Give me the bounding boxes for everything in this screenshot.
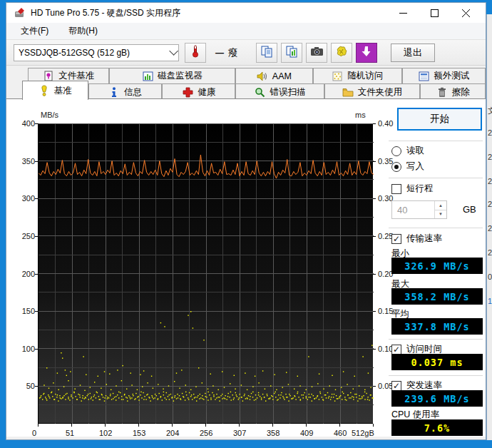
axis-tick [35,161,38,162]
axis-tick-label: 150 [11,307,35,315]
axis-tick-label: 350 [11,157,35,166]
axis-tick [35,311,38,312]
transfer-rate-label: 传输速率 [406,233,442,245]
stepper-up-icon[interactable]: ▲ [435,201,446,210]
tab-label: 基准 [54,85,72,97]
axis-tick [373,311,376,312]
tab-benchmark[interactable]: 基准 [22,81,88,100]
toolbar: YSSDJQB-512GSQ (512 gB) — 癈 [6,40,486,66]
stepper-down-icon[interactable]: ▼ [435,210,446,219]
copy-text-button[interactable] [256,43,277,63]
tab-label: 信息 [124,86,142,98]
download-arrow-icon [362,46,371,59]
bg-window-text: 1 [488,297,492,305]
bg-window-text: 0 [488,273,492,281]
short-stroke-row[interactable]: 短行程 [391,183,434,195]
read-radio-label: 读取 [406,145,424,157]
tab-folder-usage[interactable]: 文件夹使用 [324,83,421,100]
axis-tick-label: 200 [11,270,35,278]
write-radio-label: 写入 [406,161,424,173]
drive-select[interactable]: YSSDJQB-512GSQ (512 gB) [14,44,179,61]
write-radio[interactable] [391,162,401,172]
exit-button[interactable]: 退出 [391,44,435,62]
tab-label: 擦除 [452,86,470,98]
separator [389,178,483,178]
write-radio-row[interactable]: 写入 [391,161,424,173]
axis-tick [339,424,340,427]
bg-window-text: 文 [488,106,492,116]
update-button[interactable] [356,43,377,63]
trash-icon [436,86,448,98]
axis-tick [35,386,38,387]
axis-tick-label: 204 [166,429,179,437]
benchmark-chart [38,123,373,424]
axis-tick [373,424,374,427]
short-stroke-checkbox[interactable] [391,184,401,194]
tab-label: AAM [272,71,292,81]
folder-icon [342,86,354,98]
stepper-arrows[interactable]: ▲ ▼ [434,201,446,218]
capacity-stepper[interactable]: 40 ▲ ▼ [391,200,447,219]
access-time-value: 0.037 ms [391,354,483,370]
tab-aam[interactable]: AAM [235,68,313,83]
separator [389,228,483,228]
max-value: 358.2 MB/s [391,288,483,305]
axis-tick [35,274,38,275]
menu-file[interactable]: 文件(F) [14,23,56,39]
axis-tick-label: 400 [11,119,35,128]
tab-health[interactable]: 健康 [162,83,235,100]
axis-tick-label: 300 [11,194,35,203]
y-left-unit: MB/s [41,111,58,119]
y-right-unit: ms [355,111,366,119]
axis-tick-label: 409 [300,429,313,437]
axis-tick [373,123,376,124]
burst-rate-checkbox[interactable]: ✓ [391,381,401,391]
tab-disk-monitor[interactable]: 磁盘监视器 [109,68,235,83]
tab-label: 错误扫描 [270,86,305,98]
save-button[interactable] [331,43,352,63]
copy-image-button[interactable] [281,43,302,63]
speaker-icon [257,71,268,82]
axis-tick [71,424,72,427]
axis-tick [373,161,376,162]
minimize-button[interactable] [387,4,419,22]
axis-tick [172,424,173,427]
transfer-rate-checkbox[interactable]: ✓ [391,234,401,244]
tab-info[interactable]: 信息 [88,83,163,100]
cpu-usage-value: 7.6% [391,419,483,436]
start-button-label: 开始 [430,113,449,126]
axis-tick [38,424,39,427]
screenshot-button[interactable] [306,43,327,63]
read-radio[interactable] [391,146,401,156]
axis-tick-label: 358 [267,429,280,437]
tab-label: 磁盘监视器 [158,70,203,82]
axis-tick [105,424,106,427]
tab-erase[interactable]: 擦除 [420,83,486,100]
capacity-unit-label: GB [463,204,476,215]
axis-tick-label: 100 [11,345,35,353]
benchmark-icon [39,85,50,96]
close-button[interactable] [450,4,481,22]
bg-window-text: 2 [488,153,492,161]
start-button[interactable]: 开始 [397,108,482,131]
maximize-button[interactable] [419,4,450,22]
axis-tick [35,198,38,199]
axis-tick-label: 256 [200,429,212,437]
titlebar: HD Tune Pro 5.75 - 硬盘/SSD 实用程序 [6,3,486,23]
min-value: 326.9 MB/s [391,258,483,274]
burst-rate-value: 239.6 MB/s [391,390,483,407]
access-time-checkbox[interactable]: ✓ [391,345,401,355]
temperature-value: — [215,48,224,58]
axis-tick-label: 460 [334,429,347,437]
separator [389,339,483,340]
tab-error-scan[interactable]: 错误扫描 [235,83,324,100]
temperature-button[interactable] [185,43,206,63]
menu-help[interactable]: 帮助(H) [61,23,105,39]
tab-random-access[interactable]: 随机访问 [313,68,401,83]
transfer-rate-row[interactable]: ✓ 传输速率 [391,233,442,245]
axis-tick-label: 0.40 [378,119,393,128]
tab-extra-tests[interactable]: 额外测试 [402,68,486,83]
bg-window-text: 2 [488,224,492,233]
read-radio-row[interactable]: 读取 [391,145,424,157]
axis-tick [373,274,376,275]
